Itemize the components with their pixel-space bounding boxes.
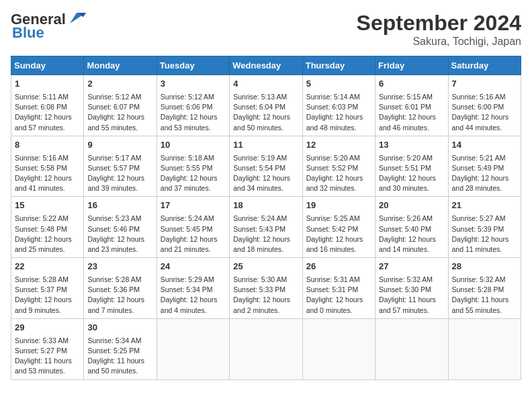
calendar-cell: 1Sunrise: 5:11 AM Sunset: 6:08 PM Daylig… xyxy=(11,75,84,136)
day-number: 5 xyxy=(306,78,371,91)
day-info: Sunrise: 5:20 AM Sunset: 5:52 PM Dayligh… xyxy=(306,153,371,194)
calendar-cell: 9Sunrise: 5:17 AM Sunset: 5:57 PM Daylig… xyxy=(84,136,157,197)
day-info: Sunrise: 5:20 AM Sunset: 5:51 PM Dayligh… xyxy=(379,153,444,194)
weekday-header-friday: Friday xyxy=(375,56,448,75)
weekday-header-saturday: Saturday xyxy=(448,56,521,75)
calendar-cell xyxy=(375,318,448,379)
calendar-cell: 22Sunrise: 5:28 AM Sunset: 5:37 PM Dayli… xyxy=(11,258,84,319)
calendar-week-row: 8Sunrise: 5:16 AM Sunset: 5:58 PM Daylig… xyxy=(11,136,521,197)
day-number: 22 xyxy=(15,261,80,273)
day-number: 26 xyxy=(306,261,371,273)
calendar-cell: 16Sunrise: 5:23 AM Sunset: 5:46 PM Dayli… xyxy=(84,197,157,258)
day-number: 8 xyxy=(15,139,80,152)
day-number: 3 xyxy=(161,78,226,91)
day-number: 20 xyxy=(379,199,444,212)
day-number: 23 xyxy=(87,261,152,273)
calendar-cell: 20Sunrise: 5:26 AM Sunset: 5:40 PM Dayli… xyxy=(375,197,448,258)
calendar-cell: 28Sunrise: 5:32 AM Sunset: 5:28 PM Dayli… xyxy=(448,258,521,319)
day-info: Sunrise: 5:24 AM Sunset: 5:43 PM Dayligh… xyxy=(233,214,298,255)
day-info: Sunrise: 5:28 AM Sunset: 5:36 PM Dayligh… xyxy=(87,275,152,316)
weekday-header-tuesday: Tuesday xyxy=(157,56,229,75)
calendar-cell: 6Sunrise: 5:15 AM Sunset: 6:01 PM Daylig… xyxy=(375,75,448,136)
day-number: 24 xyxy=(161,261,226,273)
day-info: Sunrise: 5:18 AM Sunset: 5:55 PM Dayligh… xyxy=(161,153,226,194)
day-number: 18 xyxy=(233,199,298,212)
calendar-cell: 29Sunrise: 5:33 AM Sunset: 5:27 PM Dayli… xyxy=(11,318,84,379)
day-info: Sunrise: 5:31 AM Sunset: 5:31 PM Dayligh… xyxy=(306,275,371,316)
title-area: September 2024 Sakura, Tochigi, Japan xyxy=(357,11,521,48)
day-number: 21 xyxy=(452,199,517,212)
calendar-cell: 11Sunrise: 5:19 AM Sunset: 5:54 PM Dayli… xyxy=(230,136,302,197)
day-info: Sunrise: 5:13 AM Sunset: 6:04 PM Dayligh… xyxy=(233,92,298,133)
calendar-cell: 7Sunrise: 5:16 AM Sunset: 6:00 PM Daylig… xyxy=(448,75,521,136)
calendar-cell: 2Sunrise: 5:12 AM Sunset: 6:07 PM Daylig… xyxy=(84,75,157,136)
calendar-week-row: 15Sunrise: 5:22 AM Sunset: 5:48 PM Dayli… xyxy=(11,197,521,258)
calendar-week-row: 22Sunrise: 5:28 AM Sunset: 5:37 PM Dayli… xyxy=(11,258,521,319)
day-info: Sunrise: 5:11 AM Sunset: 6:08 PM Dayligh… xyxy=(15,92,80,133)
day-number: 13 xyxy=(379,139,444,152)
calendar-cell: 4Sunrise: 5:13 AM Sunset: 6:04 PM Daylig… xyxy=(230,75,302,136)
month-year: September 2024 xyxy=(357,11,521,36)
weekday-header-thursday: Thursday xyxy=(302,56,375,75)
day-number: 9 xyxy=(87,139,152,152)
logo-blue: Blue xyxy=(12,24,44,42)
day-info: Sunrise: 5:32 AM Sunset: 5:28 PM Dayligh… xyxy=(452,275,517,316)
day-info: Sunrise: 5:15 AM Sunset: 6:01 PM Dayligh… xyxy=(379,92,444,133)
calendar-cell xyxy=(230,318,302,379)
day-number: 10 xyxy=(161,139,226,152)
day-number: 15 xyxy=(15,199,80,212)
day-info: Sunrise: 5:12 AM Sunset: 6:07 PM Dayligh… xyxy=(87,92,152,133)
day-info: Sunrise: 5:16 AM Sunset: 6:00 PM Dayligh… xyxy=(452,92,517,133)
calendar-cell xyxy=(157,318,229,379)
day-number: 17 xyxy=(161,199,226,212)
calendar-table: SundayMondayTuesdayWednesdayThursdayFrid… xyxy=(11,56,521,380)
day-number: 6 xyxy=(379,78,444,91)
location: Sakura, Tochigi, Japan xyxy=(357,36,521,48)
day-info: Sunrise: 5:32 AM Sunset: 5:30 PM Dayligh… xyxy=(379,275,444,316)
day-info: Sunrise: 5:34 AM Sunset: 5:25 PM Dayligh… xyxy=(87,336,152,377)
day-info: Sunrise: 5:29 AM Sunset: 5:34 PM Dayligh… xyxy=(161,275,226,316)
day-number: 25 xyxy=(233,261,298,273)
calendar-cell: 18Sunrise: 5:24 AM Sunset: 5:43 PM Dayli… xyxy=(230,197,302,258)
day-number: 12 xyxy=(306,139,371,152)
day-number: 19 xyxy=(306,199,371,212)
day-number: 29 xyxy=(15,322,80,334)
day-number: 30 xyxy=(87,322,152,334)
day-number: 28 xyxy=(452,261,517,273)
day-number: 14 xyxy=(452,139,517,152)
day-info: Sunrise: 5:27 AM Sunset: 5:39 PM Dayligh… xyxy=(452,214,517,255)
calendar-cell: 19Sunrise: 5:25 AM Sunset: 5:42 PM Dayli… xyxy=(302,197,375,258)
day-number: 2 xyxy=(87,78,152,91)
calendar-cell: 24Sunrise: 5:29 AM Sunset: 5:34 PM Dayli… xyxy=(157,258,229,319)
day-info: Sunrise: 5:19 AM Sunset: 5:54 PM Dayligh… xyxy=(233,153,298,194)
day-info: Sunrise: 5:28 AM Sunset: 5:37 PM Dayligh… xyxy=(15,275,80,316)
day-info: Sunrise: 5:25 AM Sunset: 5:42 PM Dayligh… xyxy=(306,214,371,255)
page-header: General Blue September 2024 Sakura, Toch… xyxy=(11,11,521,48)
calendar-cell: 3Sunrise: 5:12 AM Sunset: 6:06 PM Daylig… xyxy=(157,75,229,136)
calendar-cell: 5Sunrise: 5:14 AM Sunset: 6:03 PM Daylig… xyxy=(302,75,375,136)
calendar-cell: 13Sunrise: 5:20 AM Sunset: 5:51 PM Dayli… xyxy=(375,136,448,197)
day-number: 11 xyxy=(233,139,298,152)
logo: General Blue xyxy=(11,11,86,42)
calendar-cell: 12Sunrise: 5:20 AM Sunset: 5:52 PM Dayli… xyxy=(302,136,375,197)
day-info: Sunrise: 5:14 AM Sunset: 6:03 PM Dayligh… xyxy=(306,92,371,133)
calendar-week-row: 29Sunrise: 5:33 AM Sunset: 5:27 PM Dayli… xyxy=(11,318,521,379)
calendar-cell: 8Sunrise: 5:16 AM Sunset: 5:58 PM Daylig… xyxy=(11,136,84,197)
day-info: Sunrise: 5:26 AM Sunset: 5:40 PM Dayligh… xyxy=(379,214,444,255)
calendar-cell: 25Sunrise: 5:30 AM Sunset: 5:33 PM Dayli… xyxy=(230,258,302,319)
day-number: 4 xyxy=(233,78,298,91)
day-number: 16 xyxy=(87,199,152,212)
day-info: Sunrise: 5:30 AM Sunset: 5:33 PM Dayligh… xyxy=(233,275,298,316)
calendar-cell: 23Sunrise: 5:28 AM Sunset: 5:36 PM Dayli… xyxy=(84,258,157,319)
calendar-cell: 10Sunrise: 5:18 AM Sunset: 5:55 PM Dayli… xyxy=(157,136,229,197)
day-info: Sunrise: 5:17 AM Sunset: 5:57 PM Dayligh… xyxy=(87,153,152,194)
calendar-cell xyxy=(302,318,375,379)
day-info: Sunrise: 5:23 AM Sunset: 5:46 PM Dayligh… xyxy=(87,214,152,255)
calendar-cell: 17Sunrise: 5:24 AM Sunset: 5:45 PM Dayli… xyxy=(157,197,229,258)
day-number: 7 xyxy=(452,78,517,91)
calendar-week-row: 1Sunrise: 5:11 AM Sunset: 6:08 PM Daylig… xyxy=(11,75,521,136)
calendar-cell: 15Sunrise: 5:22 AM Sunset: 5:48 PM Dayli… xyxy=(11,197,84,258)
day-info: Sunrise: 5:24 AM Sunset: 5:45 PM Dayligh… xyxy=(161,214,226,255)
calendar-cell: 21Sunrise: 5:27 AM Sunset: 5:39 PM Dayli… xyxy=(448,197,521,258)
calendar-cell: 27Sunrise: 5:32 AM Sunset: 5:30 PM Dayli… xyxy=(375,258,448,319)
